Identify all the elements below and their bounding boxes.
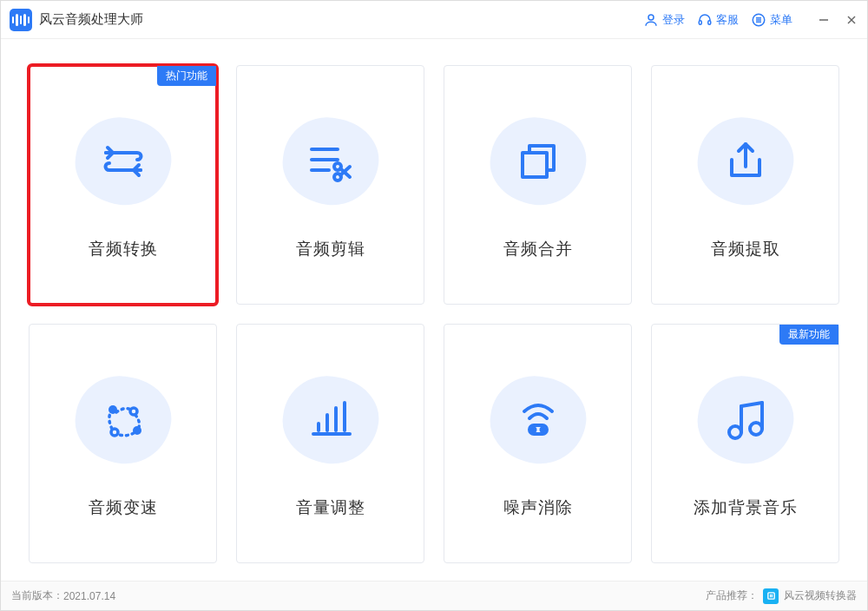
svg-point-30	[541, 429, 543, 431]
volume-bars-icon	[303, 392, 358, 448]
app-window: 风云音频处理大师 登录 客服 菜单	[0, 0, 868, 611]
badge-new: 最新功能	[779, 325, 838, 345]
card-audio-merge[interactable]: 音频合并	[444, 65, 632, 305]
feature-grid: 热门功能 音频转换	[29, 65, 839, 563]
recommend-product: 风云视频转换器	[784, 588, 857, 603]
speed-icon	[95, 392, 151, 448]
card-label: 音频剪辑	[296, 238, 365, 260]
title-actions: 登录 客服 菜单	[643, 12, 858, 28]
svg-rect-1	[699, 20, 701, 24]
product-recommend[interactable]: 产品推荐： 风云视频转换器	[706, 588, 857, 604]
recommend-label: 产品推荐：	[706, 588, 758, 603]
close-button[interactable]	[845, 13, 858, 27]
footer: 当前版本： 2021.07.14 产品推荐： 风云视频转换器	[1, 581, 867, 610]
merge-icon	[510, 134, 566, 189]
cut-icon	[303, 134, 358, 189]
svg-rect-36	[767, 593, 773, 599]
menu-icon	[751, 12, 766, 28]
close-icon	[846, 15, 857, 25]
svg-point-0	[648, 15, 654, 20]
card-label: 音频变速	[89, 496, 158, 519]
card-label: 音量调整	[296, 496, 365, 519]
app-logo	[10, 9, 32, 31]
app-title: 风云音频处理大师	[39, 11, 143, 28]
svg-rect-2	[708, 20, 711, 24]
card-label: 音频合并	[503, 238, 573, 260]
card-audio-extract[interactable]: 音频提取	[651, 65, 839, 305]
svg-rect-17	[523, 153, 547, 177]
card-noise-remove[interactable]: 噪声消除	[444, 324, 632, 563]
menu-button[interactable]: 菜单	[751, 12, 792, 28]
content-area: 热门功能 音频转换	[1, 39, 867, 581]
card-label: 添加背景音乐	[694, 496, 798, 519]
card-audio-edit[interactable]: 音频剪辑	[236, 65, 424, 305]
minimize-button[interactable]	[817, 13, 831, 27]
convert-icon	[95, 134, 151, 189]
login-button[interactable]: 登录	[643, 12, 685, 28]
recommend-logo-icon	[763, 588, 779, 604]
music-icon	[718, 392, 773, 448]
card-label: 音频转换	[89, 238, 158, 260]
titlebar: 风云音频处理大师 登录 客服 菜单	[1, 1, 867, 39]
minimize-icon	[819, 15, 829, 25]
card-audio-speed[interactable]: 音频变速	[29, 324, 217, 563]
user-icon	[643, 12, 659, 28]
card-audio-convert[interactable]: 热门功能 音频转换	[29, 65, 217, 305]
svg-point-29	[532, 429, 535, 431]
card-volume-adjust[interactable]: 音量调整	[236, 324, 424, 563]
svg-point-31	[729, 426, 741, 438]
card-add-bgm[interactable]: 最新功能 添加背景音乐	[651, 324, 839, 563]
badge-hot: 热门功能	[157, 66, 216, 86]
version-value: 2021.07.14	[63, 590, 115, 602]
svg-line-35	[741, 403, 762, 406]
service-button[interactable]: 客服	[697, 12, 739, 28]
noise-icon	[510, 392, 566, 448]
headset-icon	[697, 12, 713, 28]
extract-icon	[718, 134, 773, 189]
version-label: 当前版本：	[11, 588, 63, 603]
svg-point-32	[750, 423, 762, 435]
card-label: 音频提取	[711, 238, 780, 260]
card-label: 噪声消除	[503, 496, 573, 519]
